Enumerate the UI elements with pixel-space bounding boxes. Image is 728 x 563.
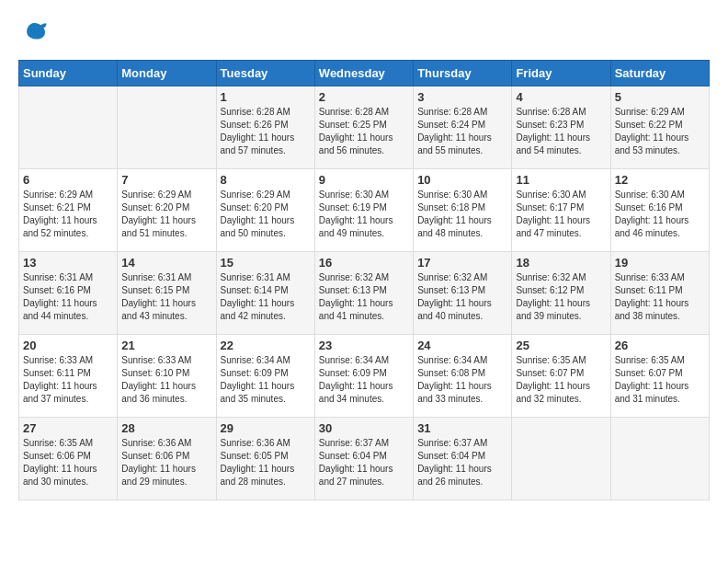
day-number: 29 xyxy=(221,421,311,435)
day-number: 28 xyxy=(121,421,211,435)
day-info: Sunrise: 6:31 AMSunset: 6:14 PMDaylight:… xyxy=(221,271,311,323)
day-number: 16 xyxy=(319,256,409,270)
calendar-cell: 15Sunrise: 6:31 AMSunset: 6:14 PMDayligh… xyxy=(216,252,314,335)
day-info: Sunrise: 6:35 AMSunset: 6:07 PMDaylight:… xyxy=(516,354,606,406)
day-info: Sunrise: 6:28 AMSunset: 6:23 PMDaylight:… xyxy=(516,106,606,157)
day-number: 23 xyxy=(319,339,409,352)
day-number: 2 xyxy=(319,90,409,104)
day-info: Sunrise: 6:31 AMSunset: 6:15 PMDaylight:… xyxy=(121,271,211,323)
day-info: Sunrise: 6:30 AMSunset: 6:17 PMDaylight:… xyxy=(516,189,606,240)
day-info: Sunrise: 6:29 AMSunset: 6:20 PMDaylight:… xyxy=(221,189,311,240)
calendar-cell: 12Sunrise: 6:30 AMSunset: 6:16 PMDayligh… xyxy=(610,169,709,252)
calendar-cell: 10Sunrise: 6:30 AMSunset: 6:18 PMDayligh… xyxy=(414,169,512,252)
calendar-week-row: 20Sunrise: 6:33 AMSunset: 6:11 PMDayligh… xyxy=(19,335,710,418)
day-header-friday: Friday xyxy=(512,61,610,86)
day-info: Sunrise: 6:31 AMSunset: 6:16 PMDaylight:… xyxy=(23,271,113,323)
day-number: 7 xyxy=(121,173,211,187)
day-number: 24 xyxy=(417,339,507,352)
calendar-cell: 6Sunrise: 6:29 AMSunset: 6:21 PMDaylight… xyxy=(19,169,118,252)
calendar-cell: 20Sunrise: 6:33 AMSunset: 6:11 PMDayligh… xyxy=(19,335,118,418)
day-number: 22 xyxy=(221,339,311,352)
calendar-cell: 16Sunrise: 6:32 AMSunset: 6:13 PMDayligh… xyxy=(314,252,413,335)
calendar-cell: 27Sunrise: 6:35 AMSunset: 6:06 PMDayligh… xyxy=(19,418,118,500)
calendar-cell: 9Sunrise: 6:30 AMSunset: 6:19 PMDaylight… xyxy=(314,169,413,252)
day-info: Sunrise: 6:35 AMSunset: 6:06 PMDaylight:… xyxy=(23,437,113,488)
day-number: 18 xyxy=(516,256,606,270)
day-header-wednesday: Wednesday xyxy=(314,61,413,86)
day-info: Sunrise: 6:34 AMSunset: 6:08 PMDaylight:… xyxy=(417,354,507,406)
calendar-cell: 17Sunrise: 6:32 AMSunset: 6:13 PMDayligh… xyxy=(414,252,512,335)
calendar-cell: 5Sunrise: 6:29 AMSunset: 6:22 PMDaylight… xyxy=(610,86,709,169)
day-number: 25 xyxy=(516,339,606,352)
day-number: 11 xyxy=(516,173,606,187)
calendar-cell: 7Sunrise: 6:29 AMSunset: 6:20 PMDaylight… xyxy=(118,169,216,252)
calendar-cell: 3Sunrise: 6:28 AMSunset: 6:24 PMDaylight… xyxy=(414,86,512,169)
day-info: Sunrise: 6:36 AMSunset: 6:06 PMDaylight:… xyxy=(121,437,211,488)
day-number: 5 xyxy=(615,90,705,104)
day-number: 1 xyxy=(221,90,311,104)
calendar-cell: 19Sunrise: 6:33 AMSunset: 6:11 PMDayligh… xyxy=(610,252,709,335)
day-number: 26 xyxy=(615,339,705,352)
calendar-cell: 31Sunrise: 6:37 AMSunset: 6:04 PMDayligh… xyxy=(414,418,512,500)
calendar-cell xyxy=(610,418,709,500)
day-number: 3 xyxy=(417,90,507,104)
logo-bird-icon xyxy=(20,18,48,46)
day-info: Sunrise: 6:28 AMSunset: 6:26 PMDaylight:… xyxy=(221,106,311,157)
day-info: Sunrise: 6:28 AMSunset: 6:25 PMDaylight:… xyxy=(319,106,409,157)
day-info: Sunrise: 6:35 AMSunset: 6:07 PMDaylight:… xyxy=(615,354,705,406)
day-number: 6 xyxy=(23,173,113,187)
calendar-cell: 26Sunrise: 6:35 AMSunset: 6:07 PMDayligh… xyxy=(610,335,709,418)
calendar-cell: 25Sunrise: 6:35 AMSunset: 6:07 PMDayligh… xyxy=(512,335,610,418)
calendar-cell: 28Sunrise: 6:36 AMSunset: 6:06 PMDayligh… xyxy=(118,418,216,500)
day-number: 20 xyxy=(23,339,113,352)
day-header-tuesday: Tuesday xyxy=(216,61,314,86)
day-number: 17 xyxy=(417,256,507,270)
calendar-cell: 29Sunrise: 6:36 AMSunset: 6:05 PMDayligh… xyxy=(216,418,314,500)
logo-text xyxy=(18,18,48,51)
day-header-saturday: Saturday xyxy=(610,61,709,86)
day-info: Sunrise: 6:33 AMSunset: 6:11 PMDaylight:… xyxy=(23,354,113,406)
calendar-cell xyxy=(512,418,610,500)
calendar-week-row: 1Sunrise: 6:28 AMSunset: 6:26 PMDaylight… xyxy=(19,86,710,169)
day-info: Sunrise: 6:30 AMSunset: 6:16 PMDaylight:… xyxy=(615,189,705,240)
day-info: Sunrise: 6:28 AMSunset: 6:24 PMDaylight:… xyxy=(417,106,507,157)
day-header-sunday: Sunday xyxy=(19,61,118,86)
calendar-cell: 8Sunrise: 6:29 AMSunset: 6:20 PMDaylight… xyxy=(216,169,314,252)
day-number: 13 xyxy=(23,256,113,270)
calendar-week-row: 6Sunrise: 6:29 AMSunset: 6:21 PMDaylight… xyxy=(19,169,710,252)
calendar-week-row: 13Sunrise: 6:31 AMSunset: 6:16 PMDayligh… xyxy=(19,252,710,335)
calendar-cell: 4Sunrise: 6:28 AMSunset: 6:23 PMDaylight… xyxy=(512,86,610,169)
day-info: Sunrise: 6:34 AMSunset: 6:09 PMDaylight:… xyxy=(319,354,409,406)
day-info: Sunrise: 6:30 AMSunset: 6:18 PMDaylight:… xyxy=(417,189,507,240)
day-number: 31 xyxy=(417,421,507,435)
calendar-cell: 14Sunrise: 6:31 AMSunset: 6:15 PMDayligh… xyxy=(118,252,216,335)
day-number: 12 xyxy=(615,173,705,187)
day-info: Sunrise: 6:37 AMSunset: 6:04 PMDaylight:… xyxy=(417,437,507,488)
page-header xyxy=(18,18,710,51)
calendar-header-row: SundayMondayTuesdayWednesdayThursdayFrid… xyxy=(19,61,710,86)
day-number: 19 xyxy=(615,256,705,270)
calendar-cell: 23Sunrise: 6:34 AMSunset: 6:09 PMDayligh… xyxy=(314,335,413,418)
calendar-cell: 24Sunrise: 6:34 AMSunset: 6:08 PMDayligh… xyxy=(414,335,512,418)
calendar-cell: 30Sunrise: 6:37 AMSunset: 6:04 PMDayligh… xyxy=(314,418,413,500)
calendar-cell: 13Sunrise: 6:31 AMSunset: 6:16 PMDayligh… xyxy=(19,252,118,335)
day-info: Sunrise: 6:29 AMSunset: 6:22 PMDaylight:… xyxy=(615,106,705,157)
day-info: Sunrise: 6:29 AMSunset: 6:21 PMDaylight:… xyxy=(23,189,113,240)
day-number: 27 xyxy=(23,421,113,435)
day-number: 9 xyxy=(319,173,409,187)
logo xyxy=(18,18,48,51)
day-number: 21 xyxy=(121,339,211,352)
day-number: 8 xyxy=(221,173,311,187)
day-number: 30 xyxy=(319,421,409,435)
calendar-cell xyxy=(118,86,216,169)
calendar-table: SundayMondayTuesdayWednesdayThursdayFrid… xyxy=(18,60,710,500)
day-number: 14 xyxy=(121,256,211,270)
day-info: Sunrise: 6:32 AMSunset: 6:13 PMDaylight:… xyxy=(319,271,409,323)
day-info: Sunrise: 6:36 AMSunset: 6:05 PMDaylight:… xyxy=(221,437,311,488)
day-number: 4 xyxy=(516,90,606,104)
day-info: Sunrise: 6:30 AMSunset: 6:19 PMDaylight:… xyxy=(319,189,409,240)
day-info: Sunrise: 6:33 AMSunset: 6:11 PMDaylight:… xyxy=(615,271,705,323)
calendar-cell: 18Sunrise: 6:32 AMSunset: 6:12 PMDayligh… xyxy=(512,252,610,335)
day-number: 15 xyxy=(221,256,311,270)
calendar-week-row: 27Sunrise: 6:35 AMSunset: 6:06 PMDayligh… xyxy=(19,418,710,500)
